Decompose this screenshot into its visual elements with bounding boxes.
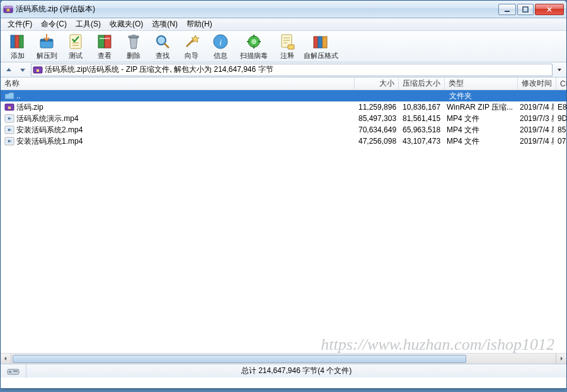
svg-rect-23 [314,37,318,48]
virus-scan-icon [245,33,263,50]
col-packed[interactable]: 压缩后大小 [399,78,445,89]
col-name[interactable]: 名称 [1,78,355,89]
tool-info[interactable]: i 信息 [206,32,235,61]
tool-find[interactable]: 查找 [148,32,177,61]
address-text: 活码系统.zip\活码系统 - ZIP 压缩文件, 解包大小为 214,647,… [45,64,551,75]
delete-icon [125,33,142,50]
horizontal-scrollbar[interactable] [1,353,566,364]
scroll-right-button[interactable] [556,354,566,364]
file-crc: 851 [554,125,566,134]
folder-up-icon [4,91,14,101]
file-modified: 2019/7/4 星... [516,125,554,135]
addressbar: 活码系统.zip\活码系统 - ZIP 压缩文件, 解包大小为 214,647,… [1,62,566,78]
svg-rect-10 [70,35,81,49]
status-disk-icon[interactable] [1,364,26,378]
file-type: MP4 文件 [443,136,516,147]
tool-test[interactable]: 测试 [61,32,90,61]
tool-delete[interactable]: 删除 [119,32,148,61]
svg-rect-7 [20,35,23,48]
svg-rect-4 [523,7,528,12]
tool-sfx[interactable]: 自解压格式 [302,32,340,61]
svg-rect-3 [505,11,510,12]
menu-options[interactable]: 选项(N) [147,18,182,31]
file-type: MP4 文件 [443,113,516,124]
file-name: 活码.zip [16,102,43,113]
file-row[interactable]: 活码系统演示.mp485,497,30381,561,415MP4 文件2019… [1,113,566,124]
minimize-button[interactable] [498,4,516,15]
zip-icon [4,102,14,112]
comment-icon [278,33,296,50]
parent-name: .. [16,91,21,100]
statusbar: 总计 214,647,946 字节(4 个文件) [1,364,566,378]
maximize-button[interactable] [517,4,534,15]
test-icon [67,33,84,50]
col-crc[interactable]: CRC [556,78,567,89]
svg-rect-12 [105,35,111,48]
video-icon [4,125,14,135]
menubar: 文件(F) 命令(C) 工具(S) 收藏夹(O) 选项(N) 帮助(H) [1,18,566,31]
close-button[interactable] [535,4,564,15]
svg-point-20 [251,39,256,44]
tool-wizard[interactable]: 向导 [177,32,206,61]
parent-folder-row[interactable]: .. 文件夹 [1,90,566,101]
books-icon [9,33,26,50]
svg-rect-24 [318,37,322,48]
find-icon [154,33,171,50]
svg-rect-1 [4,6,13,8]
file-crc: 075 [554,137,566,146]
address-dropdown[interactable] [555,64,564,76]
svg-rect-29 [8,107,11,109]
menu-file[interactable]: 文件(F) [3,18,37,31]
file-modified: 2019/7/4 星... [516,102,554,113]
col-size[interactable]: 大小 [355,78,399,89]
tool-scan-virus[interactable]: 扫描病毒 [235,32,273,61]
scroll-thumb[interactable] [13,355,466,363]
column-headers: 名称 大小 压缩后大小 类型 修改时间 CRC [1,78,566,90]
window-title: 活码系统.zip (评估版本) [16,4,497,14]
toolbar: 添加 解压到 测试 查看 删除 查找 向导 i 信息 [1,31,566,62]
col-type[interactable]: 类型 [445,78,518,89]
svg-rect-11 [98,35,105,48]
svg-point-16 [157,36,166,45]
nav-down-button[interactable] [17,64,28,76]
sfx-icon [312,33,329,50]
svg-rect-38 [13,371,18,372]
scroll-left-button[interactable] [1,354,11,364]
svg-rect-5 [11,35,14,48]
file-row[interactable]: 活码.zip11,259,89610,836,167WinRAR ZIP 压缩.… [1,101,566,113]
svg-point-37 [9,371,11,372]
tool-extract-to[interactable]: 解压到 [32,32,61,61]
info-icon: i [212,33,229,50]
tool-add[interactable]: 添加 [3,32,32,61]
address-field[interactable]: 活码系统.zip\活码系统 - ZIP 压缩文件, 解包大小为 214,647,… [31,64,553,76]
svg-rect-2 [7,9,9,11]
file-row[interactable]: 安装活码系统2.mp470,634,64965,963,518MP4 文件201… [1,124,566,135]
file-crc: E8A [554,103,566,112]
file-modified: 2019/7/4 星... [516,136,554,147]
file-row[interactable]: 安装活码系统1.mp447,256,09843,107,473MP4 文件201… [1,135,566,147]
file-size: 70,634,649 [355,125,399,134]
file-packed: 81,561,415 [399,114,443,123]
video-icon [4,113,14,124]
file-type: MP4 文件 [443,125,516,135]
svg-text:i: i [220,38,222,47]
menu-tools[interactable]: 工具(S) [71,18,105,31]
titlebar: 活码系统.zip (评估版本) [1,1,566,18]
file-size: 11,259,896 [355,103,399,112]
svg-rect-6 [15,35,19,48]
menu-fav[interactable]: 收藏夹(O) [105,18,147,31]
svg-rect-22 [288,45,294,49]
status-summary: 总计 214,647,946 字节(4 个文件) [26,364,566,378]
tool-view[interactable]: 查看 [90,32,119,61]
col-modified[interactable]: 修改时间 [518,78,556,89]
scroll-track[interactable] [11,354,556,364]
svg-rect-15 [132,35,135,37]
nav-up-button[interactable] [3,64,14,76]
file-name: 活码系统演示.mp4 [16,113,79,124]
file-size: 47,256,098 [355,137,399,146]
menu-command[interactable]: 命令(C) [37,18,71,31]
file-packed: 43,107,473 [399,137,443,146]
menu-help[interactable]: 帮助(H) [182,18,217,31]
tool-comment[interactable]: 注释 [273,32,302,61]
svg-rect-25 [323,37,327,48]
